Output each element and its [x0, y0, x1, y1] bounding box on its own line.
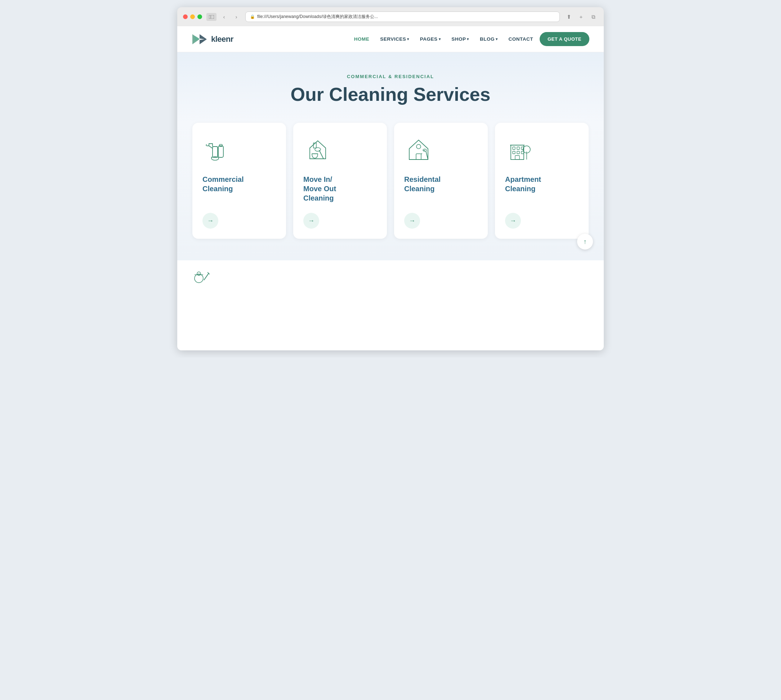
cleaning-supplies-icon [202, 136, 231, 165]
service-arrow-apartment[interactable]: → [505, 213, 521, 228]
service-title-move: Move In/Move OutCleaning [303, 175, 336, 203]
window-controls [183, 14, 202, 19]
get-quote-button[interactable]: GET A QUOTE [540, 32, 589, 46]
website-content: kleenr HOME SERVICES ▾ PAGES ▾ SHOP ▾ [177, 26, 604, 350]
svg-rect-0 [209, 15, 214, 19]
new-tab-button[interactable]: + [576, 12, 586, 22]
url-text: file:///Users/janewang/Downloads/绿色清爽的家政… [257, 14, 378, 20]
browser-toolbar-right: ⬆ + ⧉ [564, 12, 598, 22]
services-section: CommercialCleaning → [177, 123, 604, 260]
logo-text: kleenr [211, 35, 234, 44]
nav-links: HOME SERVICES ▾ PAGES ▾ SHOP ▾ BLOG ▾ [350, 32, 589, 46]
svg-line-38 [204, 273, 209, 280]
service-card-apartment: ApartmentCleaning → [495, 123, 589, 239]
back-to-top-button[interactable]: ↑ [577, 234, 593, 250]
svg-text:✦: ✦ [421, 153, 422, 155]
nav-item-blog[interactable]: BLOG ▾ [476, 33, 502, 45]
svg-line-14 [319, 150, 324, 159]
nav-item-pages[interactable]: PAGES ▾ [416, 33, 445, 45]
svg-rect-30 [517, 151, 519, 154]
logo-icon [192, 33, 207, 46]
browser-back-button[interactable]: ‹ [219, 12, 229, 22]
pages-chevron-icon: ▾ [439, 37, 441, 41]
svg-point-15 [315, 148, 320, 151]
svg-rect-26 [512, 147, 515, 150]
svg-rect-27 [517, 147, 519, 150]
service-arrow-commercial[interactable]: → [202, 213, 218, 228]
logo[interactable]: kleenr [192, 33, 234, 46]
tab-view-button[interactable] [207, 13, 217, 21]
services-grid: CommercialCleaning → [192, 123, 589, 239]
service-title-apartment: ApartmentCleaning [505, 175, 541, 203]
svg-rect-8 [219, 144, 222, 147]
hero-section: COMMERCIAL & RESIDENCIAL Our Cleaning Se… [177, 52, 604, 123]
close-window-button[interactable] [183, 14, 188, 19]
svg-rect-7 [218, 146, 224, 157]
nav-item-home[interactable]: HOME [350, 33, 374, 45]
minimize-window-button[interactable] [190, 14, 195, 19]
shop-chevron-icon: ▾ [467, 37, 469, 41]
nav-item-contact[interactable]: CONTACT [504, 33, 537, 45]
browser-titlebar: ‹ › 🔒 file:///Users/janewang/Downloads/绿… [177, 12, 604, 26]
service-card-residential: ✦ ✦ ResidentalCleaning → [394, 123, 488, 239]
nav-item-shop[interactable]: SHOP ▾ [447, 33, 473, 45]
browser-window: ‹ › 🔒 file:///Users/janewang/Downloads/绿… [177, 7, 604, 350]
svg-rect-19 [416, 154, 421, 160]
blog-chevron-icon: ▾ [496, 37, 498, 41]
hero-title: Our Cleaning Services [192, 84, 589, 105]
browser-forward-button[interactable]: › [232, 12, 241, 22]
service-title-residential: ResidentalCleaning [404, 175, 441, 203]
service-arrow-move[interactable]: → [303, 213, 319, 228]
svg-line-22 [426, 151, 428, 160]
lock-icon: 🔒 [250, 14, 255, 19]
navbar: kleenr HOME SERVICES ▾ PAGES ▾ SHOP ▾ [177, 26, 604, 52]
tab-overview-button[interactable]: ⧉ [589, 12, 598, 22]
service-title-commercial: CommercialCleaning [202, 175, 244, 203]
nav-item-services[interactable]: SERVICES ▾ [376, 33, 414, 45]
hero-subtitle: COMMERCIAL & RESIDENCIAL [192, 74, 589, 79]
svg-rect-32 [515, 155, 519, 160]
share-button[interactable]: ⬆ [564, 12, 574, 22]
service-arrow-residential[interactable]: → [404, 213, 420, 228]
bottom-icon-1 [192, 266, 210, 284]
services-chevron-icon: ▾ [407, 37, 409, 41]
bottom-partial-section [177, 260, 604, 289]
svg-rect-31 [521, 151, 524, 154]
fullscreen-window-button[interactable] [197, 14, 202, 19]
service-card-commercial: CommercialCleaning → [192, 123, 286, 239]
address-bar[interactable]: 🔒 file:///Users/janewang/Downloads/绿色清爽的… [245, 12, 560, 22]
svg-rect-5 [212, 147, 218, 157]
svg-marker-3 [200, 34, 207, 44]
svg-rect-29 [512, 151, 515, 154]
house-broom-icon [303, 136, 332, 165]
apartment-building-icon [505, 136, 534, 165]
house-shine-icon: ✦ ✦ [404, 136, 433, 165]
service-card-move: Move In/Move OutCleaning → [293, 123, 387, 239]
svg-point-18 [416, 144, 421, 149]
tab-controls: ‹ › [207, 12, 241, 22]
